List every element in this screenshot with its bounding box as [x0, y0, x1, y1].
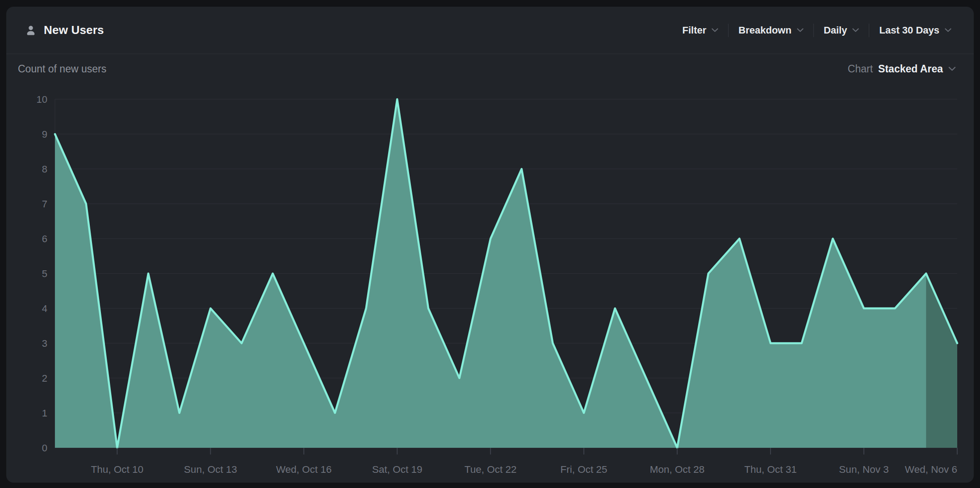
x-axis-label: Wed, Oct 16 — [276, 464, 332, 475]
card-title: New Users — [44, 23, 104, 37]
header-toolbar: Filter Breakdown Daily Las — [672, 24, 951, 37]
chevron-down-icon — [852, 28, 859, 32]
date-range-dropdown-label: Last 30 Days — [879, 25, 939, 36]
y-axis-label: 5 — [42, 268, 47, 279]
breakdown-dropdown[interactable]: Breakdown — [729, 25, 813, 36]
x-axis-label: Sat, Oct 19 — [372, 464, 423, 475]
metric-label: Count of new users — [18, 63, 106, 75]
x-axis-label: Thu, Oct 31 — [744, 464, 797, 475]
y-axis-label: 3 — [42, 338, 47, 349]
user-icon — [25, 25, 37, 36]
chart-type-dropdown[interactable]: Chart Stacked Area — [848, 63, 956, 75]
y-axis-label: 10 — [37, 94, 47, 105]
chevron-down-icon — [797, 28, 804, 32]
card-header: New Users Filter Breakdown Daily — [6, 7, 974, 54]
x-axis-label: Tue, Oct 22 — [465, 464, 517, 475]
chart-type-value: Stacked Area — [878, 63, 943, 75]
chevron-down-icon — [945, 28, 951, 32]
granularity-dropdown[interactable]: Daily — [814, 25, 869, 36]
y-axis-label: 4 — [42, 303, 47, 314]
x-axis-label: Fri, Oct 25 — [561, 464, 607, 475]
chart-type-prefix: Chart — [848, 63, 873, 75]
x-axis-label: Thu, Oct 10 — [91, 464, 144, 475]
date-range-dropdown[interactable]: Last 30 Days — [869, 25, 951, 36]
y-axis-label: 9 — [42, 129, 47, 140]
y-axis-label: 8 — [42, 164, 47, 175]
filter-dropdown-label: Filter — [682, 25, 706, 36]
new-users-card: 012345678910Thu, Oct 10Sun, Oct 13Wed, O… — [6, 7, 974, 483]
filter-dropdown[interactable]: Filter — [672, 25, 728, 36]
breakdown-dropdown-label: Breakdown — [738, 25, 792, 36]
x-axis-label: Mon, Oct 28 — [650, 464, 705, 475]
x-axis-label: Wed, Nov 6 — [905, 464, 957, 475]
y-axis-label: 0 — [42, 442, 47, 454]
dashboard-page: { "header": { "title": "New Users", "ico… — [0, 0, 980, 488]
chart-subheader: Count of new users Chart Stacked Area — [6, 54, 974, 84]
chevron-down-icon — [712, 28, 718, 32]
chevron-down-icon — [948, 67, 956, 71]
x-axis-label: Sun, Nov 3 — [839, 464, 888, 475]
card-header-left: New Users — [25, 23, 104, 37]
y-axis-label: 2 — [42, 373, 47, 384]
area-fill-dimmed — [926, 273, 957, 448]
y-axis-label: 6 — [42, 233, 47, 244]
x-axis-label: Sun, Oct 13 — [184, 464, 237, 475]
y-axis-label: 1 — [42, 408, 47, 419]
y-axis-label: 7 — [42, 198, 47, 210]
granularity-dropdown-label: Daily — [824, 25, 847, 36]
